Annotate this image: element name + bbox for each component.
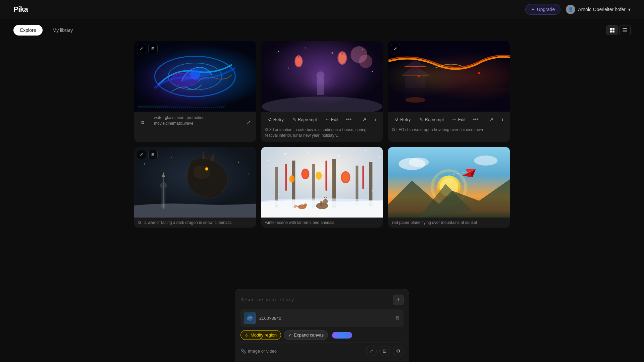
more-button-3[interactable]: •••	[472, 115, 480, 124]
compare-icon-4[interactable]: ⊞	[148, 150, 158, 159]
svg-point-30	[288, 68, 289, 69]
copy-icon-2: ⧉	[265, 127, 268, 132]
svg-point-11	[171, 73, 198, 86]
svg-rect-33	[406, 75, 426, 102]
retry-button-3[interactable]: ↺ Retry	[392, 116, 413, 123]
card-image-1[interactable]: ⤢ ⊞	[134, 41, 256, 112]
card-actions-2: ↺ Retry ✎ Reprompt ✏ Edit •••	[265, 115, 358, 124]
copy-button[interactable]: ⧉	[138, 118, 147, 126]
card-visual-3	[388, 41, 510, 112]
card-overlay-3: ⤢	[391, 44, 400, 53]
svg-point-45	[206, 168, 208, 170]
grid-view-button[interactable]	[606, 25, 618, 35]
delete-file-button[interactable]: 🗑	[395, 315, 400, 321]
svg-rect-5	[623, 30, 627, 31]
card-desc-2: ⧉ 3d animation, a cute boy is standing i…	[261, 127, 383, 142]
svg-point-21	[338, 52, 346, 64]
svg-point-80	[308, 152, 309, 153]
svg-point-9	[168, 63, 222, 90]
svg-point-18	[295, 56, 302, 66]
edit-button-3[interactable]: ✏ Edit	[450, 116, 468, 123]
user-info[interactable]: 👤 Arnold Oberleiter hofer ▾	[566, 5, 631, 14]
explore-tab[interactable]: Explore	[13, 25, 43, 36]
add-media-button[interactable]: +	[393, 295, 404, 305]
expand-icon-4[interactable]: ⤢	[137, 150, 146, 159]
card-footer-1: ⧉ water glass,neon, promotion movie,cine…	[134, 112, 256, 133]
card-desc-3: ⧉ LED chinese dragon hovering over chine…	[388, 127, 510, 136]
svg-point-69	[316, 172, 322, 180]
prompt-input-row: +	[240, 295, 404, 305]
share-button-3[interactable]: ↗	[487, 116, 496, 123]
upgrade-button[interactable]: ✦ Upgrade	[525, 4, 561, 15]
svg-point-84	[278, 193, 279, 195]
logo: Pika	[13, 5, 28, 14]
card-footer-3: ↺ Retry ✎ Reprompt ✏ Edit ••• ↗	[388, 112, 510, 127]
retry-icon: ↺	[268, 117, 272, 122]
svg-point-29	[362, 49, 363, 50]
card-visual-5	[261, 147, 383, 218]
bottom-bar: 📎 Image or video ⤢ ⊡ ⚙	[240, 343, 404, 356]
reprompt-button-2[interactable]: ✎ Reprompt	[290, 116, 320, 123]
settings-button[interactable]: ⚙	[393, 346, 404, 356]
svg-point-41	[406, 97, 426, 103]
color-palette	[332, 332, 352, 339]
share-button[interactable]: ↗	[245, 118, 252, 127]
svg-rect-1	[612, 28, 614, 30]
svg-point-53	[248, 173, 249, 174]
grid-icon	[609, 27, 615, 33]
copy-icon: ⧉	[141, 120, 144, 125]
svg-point-25	[293, 61, 347, 102]
expand-icon-3[interactable]: ⤢	[391, 44, 400, 53]
tools-row: ⊹ Modify region ⤢ Expand canvas	[240, 330, 404, 340]
svg-point-40	[478, 72, 480, 74]
expand-icon-bottom: ⤢	[369, 348, 373, 354]
more-button-2[interactable]: •••	[344, 115, 353, 124]
list-view-button[interactable]	[619, 25, 631, 35]
prompt-area: + 2160×3840 🗑 ⊹ Modify region	[235, 289, 409, 362]
reprompt-button-3[interactable]: ✎ Reprompt	[417, 116, 446, 123]
svg-point-31	[372, 71, 373, 72]
cursor-indicator	[260, 338, 262, 340]
card-image-5[interactable]	[261, 147, 383, 218]
card-image-6[interactable]	[388, 147, 510, 218]
card-desc-6: red paper plane flying over mountains at…	[392, 220, 477, 225]
fullscreen-button[interactable]: ⤢	[366, 346, 377, 356]
card-image-2[interactable]	[261, 41, 383, 112]
header: Pika ✦ Upgrade 👤 Arnold Oberleiter hofer…	[0, 0, 644, 19]
crop-button[interactable]: ⊡	[379, 346, 390, 356]
svg-point-16	[316, 71, 324, 79]
compare-icon[interactable]: ⊞	[148, 44, 158, 53]
expand-icon[interactable]: ⤢	[137, 44, 146, 53]
info-icon: ℹ	[374, 117, 376, 122]
modify-region-label: Modify region	[251, 333, 277, 338]
modify-region-button[interactable]: ⊹ Modify region	[240, 330, 281, 340]
svg-point-52	[238, 162, 239, 163]
info-button-2[interactable]: ℹ	[372, 116, 379, 123]
prompt-input[interactable]	[240, 297, 390, 303]
card-footer-4: ⧉ a warrior facing a dark dragon in snow…	[134, 218, 256, 228]
edit-icon: ✏	[326, 117, 329, 122]
star-icon: ✦	[531, 7, 535, 12]
svg-point-23	[351, 46, 367, 63]
card-image-4[interactable]: ⤢ ⊞	[134, 147, 256, 218]
svg-point-39	[418, 75, 420, 77]
image-video-button[interactable]: 📎 Image or video	[240, 349, 277, 354]
card-image-3[interactable]: ⤢	[388, 41, 510, 112]
retry-button-2[interactable]: ↺ Retry	[265, 116, 286, 123]
edit-button-2[interactable]: ✏ Edit	[323, 116, 341, 123]
expand-canvas-button[interactable]: ⤢ Expand canvas	[284, 330, 328, 340]
my-library-tab[interactable]: My library	[45, 24, 80, 36]
info-button-3[interactable]: ℹ	[499, 116, 506, 123]
gear-icon: ⚙	[396, 348, 400, 354]
svg-rect-38	[388, 88, 510, 112]
svg-rect-72	[320, 201, 322, 206]
card-visual: VVVVVVVVVVVVVVVVVVVVVVVVVVVVVVVVVVVVVVVV…	[134, 41, 256, 112]
share-button-2[interactable]: ↗	[360, 116, 369, 123]
svg-point-82	[365, 150, 366, 151]
copy-icon-3: ⧉	[392, 127, 395, 132]
paperclip-icon: 📎	[240, 349, 246, 354]
svg-point-50	[144, 163, 145, 165]
svg-rect-19	[298, 55, 299, 58]
nav: Explore My library	[0, 19, 644, 41]
card-desc-1: water glass,neon, promotion movie,cinema…	[150, 115, 242, 130]
